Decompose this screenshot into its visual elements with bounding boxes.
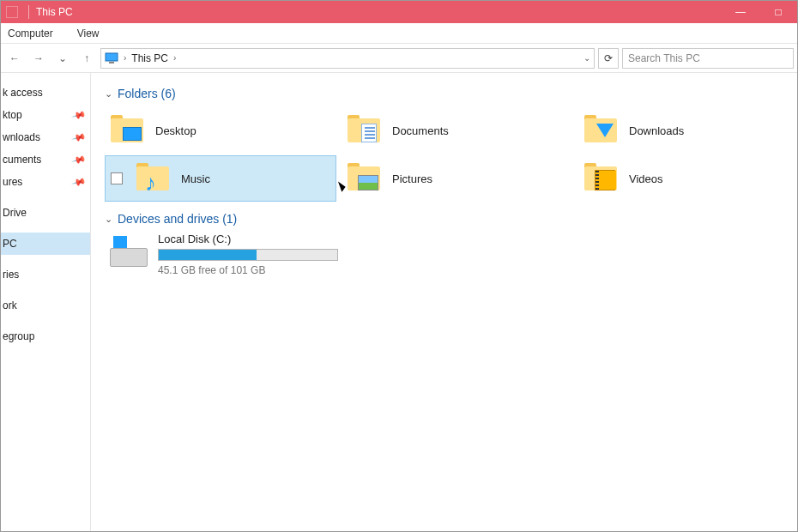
- search-placeholder: Search This PC: [628, 52, 700, 64]
- window-title: This PC: [36, 6, 73, 18]
- content-pane: ⌄ Folders (6) DesktopDocumentsDownloadsM…: [91, 73, 797, 531]
- sidebar-item-label: egroup: [3, 330, 34, 342]
- navigation-pane[interactable]: k accessktop📌wnloads📌cuments📌ures📌DriveP…: [1, 73, 91, 531]
- maximize-button[interactable]: □: [759, 1, 797, 23]
- sidebar-item[interactable]: ries: [1, 263, 90, 286]
- folder-icon: [136, 163, 171, 194]
- sidebar-item[interactable]: cuments📌: [1, 148, 90, 171]
- back-button[interactable]: ←: [4, 48, 25, 69]
- address-bar[interactable]: › This PC › ⌄: [100, 48, 595, 69]
- sidebar-item[interactable]: ork: [1, 294, 90, 317]
- folder-label: Documents: [392, 124, 449, 137]
- pin-icon: 📌: [71, 152, 88, 167]
- sidebar-item-label: ures: [3, 176, 22, 188]
- address-toolbar: ← → ⌄ ↑ › This PC › ⌄ ⟳ Search This PC: [1, 44, 797, 73]
- folder-item-documents[interactable]: Documents: [342, 107, 573, 154]
- drive-usage-bar: [158, 249, 338, 261]
- sidebar-item[interactable]: PC: [1, 233, 90, 255]
- folder-icon: [348, 163, 382, 194]
- chevron-down-icon[interactable]: ⌄: [105, 88, 112, 100]
- folder-label: Videos: [629, 172, 663, 185]
- tab-view[interactable]: View: [77, 24, 100, 43]
- folder-item-music[interactable]: Music: [105, 155, 336, 202]
- svg-rect-1: [109, 62, 114, 63]
- refresh-button[interactable]: ⟳: [598, 48, 619, 69]
- selection-checkbox[interactable]: [111, 172, 123, 184]
- sidebar-item-label: k access: [3, 87, 43, 99]
- sidebar-item[interactable]: k access: [1, 82, 90, 104]
- folder-item-videos[interactable]: Videos: [578, 155, 797, 202]
- pin-icon: 📌: [71, 174, 88, 190]
- sidebar-item-label: cuments: [3, 154, 41, 166]
- folder-label: Downloads: [629, 124, 684, 137]
- drive-name: Local Disk (C:): [158, 233, 338, 245]
- folder-icon: [348, 115, 382, 146]
- title-separator: [28, 5, 29, 19]
- drive-free-text: 45.1 GB free of 101 GB: [158, 264, 338, 276]
- address-dropdown-button[interactable]: ⌄: [583, 53, 590, 63]
- folder-item-downloads[interactable]: Downloads: [578, 107, 797, 154]
- this-pc-icon: [105, 51, 118, 65]
- chevron-down-icon[interactable]: ⌄: [105, 214, 112, 225]
- chevron-right-icon[interactable]: ›: [124, 53, 126, 63]
- drive-item[interactable]: Local Disk (C:)45.1 GB free of 101 GB: [105, 233, 789, 276]
- sidebar-item-label: ries: [3, 269, 19, 281]
- folder-item-desktop[interactable]: Desktop: [105, 107, 336, 154]
- group-header-drives[interactable]: ⌄ Devices and drives (1): [105, 212, 789, 226]
- group-title: Devices and drives (1): [118, 212, 237, 226]
- ribbon-tabs: Computer View: [1, 23, 797, 44]
- group-header-folders[interactable]: ⌄ Folders (6): [105, 87, 789, 100]
- sidebar-item[interactable]: egroup: [1, 325, 90, 348]
- svg-rect-0: [106, 53, 118, 61]
- folder-icon: [584, 163, 619, 194]
- sidebar-item[interactable]: ktop📌: [1, 104, 90, 126]
- folder-label: Desktop: [155, 124, 196, 137]
- system-menu-icon[interactable]: [6, 6, 18, 18]
- folders-grid: DesktopDocumentsDownloadsMusicPicturesVi…: [105, 107, 789, 202]
- folder-label: Music: [181, 172, 210, 185]
- minimize-button[interactable]: —: [722, 1, 759, 23]
- chevron-right-icon[interactable]: ›: [173, 53, 176, 63]
- folder-icon: [584, 115, 619, 146]
- sidebar-item[interactable]: ures📌: [1, 171, 90, 193]
- sidebar-item[interactable]: wnloads📌: [1, 126, 90, 148]
- sidebar-item-label: PC: [3, 238, 17, 250]
- recent-locations-button[interactable]: ⌄: [52, 48, 73, 69]
- pin-icon: 📌: [71, 130, 88, 145]
- search-input[interactable]: Search This PC: [622, 48, 794, 69]
- folder-item-pictures[interactable]: Pictures: [342, 155, 573, 202]
- drive-icon: [110, 233, 148, 267]
- breadcrumb[interactable]: This PC: [131, 52, 168, 64]
- sidebar-item-label: Drive: [3, 207, 27, 219]
- sidebar-item-label: wnloads: [3, 131, 40, 143]
- forward-button[interactable]: →: [28, 48, 49, 69]
- sidebar-item[interactable]: Drive: [1, 202, 90, 224]
- sidebar-item-label: ork: [3, 299, 17, 311]
- title-bar: This PC — □: [1, 1, 797, 23]
- tab-computer[interactable]: Computer: [8, 24, 53, 43]
- folder-icon: [111, 115, 145, 146]
- group-title: Folders (6): [118, 87, 176, 100]
- sidebar-item-label: ktop: [3, 109, 22, 121]
- up-button[interactable]: ↑: [76, 48, 97, 69]
- folder-label: Pictures: [392, 172, 432, 185]
- pin-icon: 📌: [71, 107, 88, 123]
- drives-list: Local Disk (C:)45.1 GB free of 101 GB: [105, 233, 789, 276]
